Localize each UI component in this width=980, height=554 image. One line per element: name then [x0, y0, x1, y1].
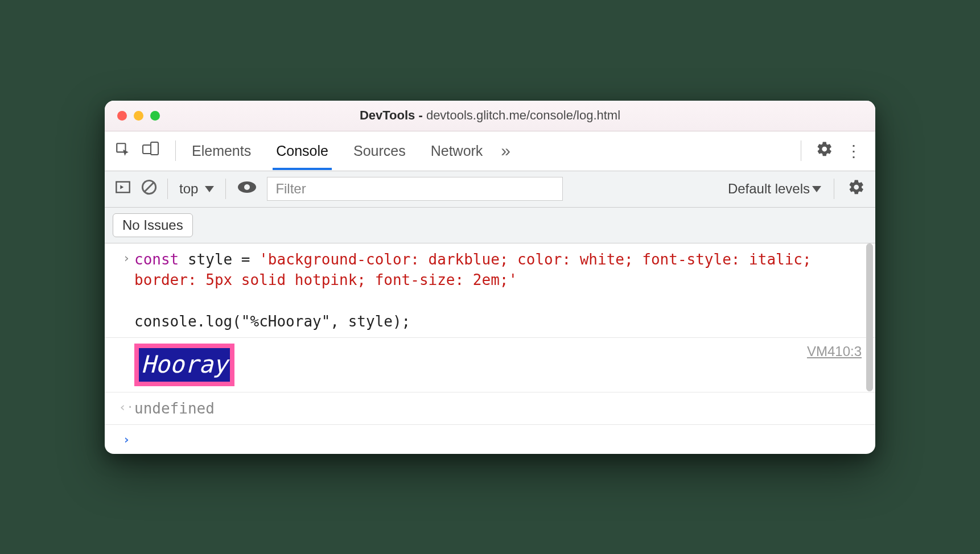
more-tabs-icon[interactable]: »: [501, 141, 510, 160]
inspect-icon[interactable]: [115, 142, 130, 160]
prompt-icon: ›: [118, 431, 134, 446]
chevron-down-icon: [812, 186, 821, 192]
code-call: console.log("%cHooray", style);: [134, 313, 410, 330]
code-decl: style =: [179, 251, 259, 268]
more-menu-icon[interactable]: ⋮: [846, 142, 862, 160]
filter-placeholder: Filter: [275, 181, 306, 197]
settings-icon[interactable]: [816, 140, 833, 161]
console-prompt-row[interactable]: ›: [105, 425, 875, 452]
log-levels-selector[interactable]: Default levels: [728, 181, 821, 197]
console-settings-icon[interactable]: [848, 179, 865, 199]
filter-input[interactable]: Filter: [267, 177, 563, 201]
levels-label: Default levels: [728, 181, 810, 197]
title-prefix: DevTools -: [360, 108, 426, 122]
styled-text: Hooray: [134, 344, 234, 386]
tab-network[interactable]: Network: [431, 143, 483, 159]
divider: [225, 179, 226, 199]
chevron-down-icon: [205, 186, 214, 192]
title-url: devtools.glitch.me/console/log.html: [426, 108, 620, 122]
console-toolbar: top Filter Default levels: [105, 171, 875, 208]
panel-tabs: Elements Console Sources Network » ⋮: [105, 131, 875, 171]
titlebar: DevTools - devtools.glitch.me/console/lo…: [105, 101, 875, 131]
console-output-row: Hooray VM410:3: [105, 338, 875, 392]
divider: [167, 179, 168, 199]
console-output: › const style = 'background-color: darkb…: [105, 243, 875, 454]
issues-button[interactable]: No Issues: [113, 213, 193, 237]
svg-rect-2: [151, 142, 158, 155]
zoom-icon[interactable]: [150, 111, 160, 121]
issues-bar: No Issues: [105, 208, 875, 243]
source-link[interactable]: VM410:3: [807, 344, 862, 359]
console-input-row: › const style = 'background-color: darkb…: [105, 243, 875, 338]
code-keyword: const: [134, 251, 179, 268]
close-icon[interactable]: [117, 111, 127, 121]
scrollbar[interactable]: [866, 243, 873, 391]
live-expression-icon[interactable]: [237, 181, 257, 197]
input-prompt-icon: ›: [118, 249, 134, 265]
divider: [801, 140, 801, 161]
svg-line-5: [145, 183, 154, 192]
device-toggle-icon[interactable]: [142, 141, 159, 160]
svg-point-7: [244, 184, 250, 190]
context-label: top: [179, 181, 198, 197]
clear-console-icon[interactable]: [141, 179, 157, 199]
minimize-icon[interactable]: [134, 111, 143, 121]
divider: [175, 140, 176, 161]
window-controls: [117, 111, 160, 121]
divider: [834, 179, 834, 199]
tab-elements[interactable]: Elements: [192, 143, 251, 159]
gutter: [118, 344, 134, 345]
sidebar-toggle-icon[interactable]: [115, 179, 131, 199]
console-return-row: ‹· undefined: [105, 392, 875, 425]
styled-output: Hooray: [134, 344, 801, 386]
code-entry[interactable]: const style = 'background-color: darkblu…: [134, 249, 862, 332]
return-prompt-icon: ‹·: [118, 398, 134, 414]
tab-console[interactable]: Console: [276, 143, 328, 159]
devtools-window: DevTools - devtools.glitch.me/console/lo…: [105, 101, 875, 454]
tab-sources[interactable]: Sources: [353, 143, 406, 159]
return-value: undefined: [134, 398, 862, 419]
window-title: DevTools - devtools.glitch.me/console/lo…: [105, 108, 875, 123]
context-selector[interactable]: top: [179, 181, 214, 197]
